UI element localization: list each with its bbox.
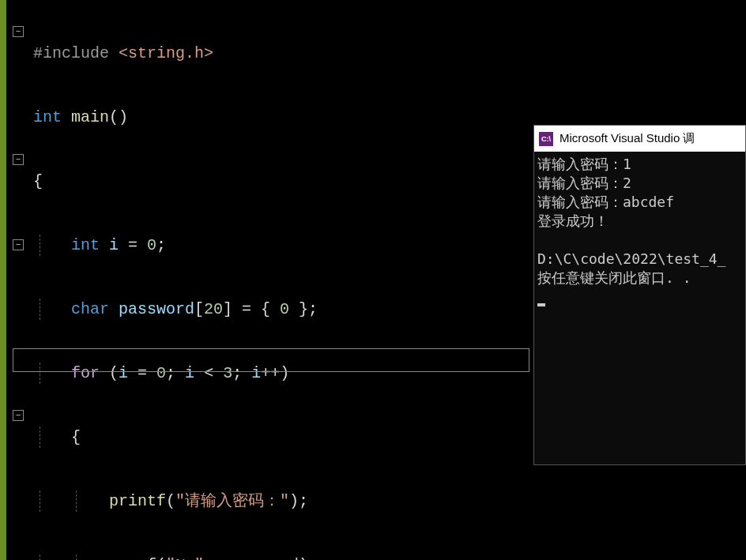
code-line[interactable]: int main() bbox=[33, 107, 533, 128]
code-line[interactable]: #include <string.h> bbox=[33, 43, 533, 64]
change-margin bbox=[0, 0, 6, 560]
fold-toggle[interactable]: − bbox=[13, 410, 24, 421]
code-line[interactable]: int i = 0; bbox=[33, 235, 533, 256]
debug-console-window[interactable]: C:\ Microsoft Visual Studio 调 请输入密码：1 请输… bbox=[533, 125, 746, 465]
console-cursor bbox=[537, 303, 545, 306]
code-editor[interactable]: − − − − #include <string.h> int main() {… bbox=[0, 0, 533, 560]
console-output[interactable]: 请输入密码：1 请输入密码：2 请输入密码：abcdef 登录成功！ D:\C\… bbox=[534, 152, 745, 464]
console-title: Microsoft Visual Studio 调 bbox=[560, 131, 695, 146]
code-line[interactable]: scanf("%s", password); bbox=[33, 554, 533, 560]
code-area[interactable]: #include <string.h> int main() { int i =… bbox=[32, 0, 533, 560]
code-line[interactable]: char password[20] = { 0 }; bbox=[33, 299, 533, 320]
console-line: D:\C\code\2022\test_4_ bbox=[537, 250, 725, 267]
code-line[interactable]: printf("请输入密码："); bbox=[33, 490, 533, 512]
fold-gutter: − − − − bbox=[6, 0, 32, 560]
console-line: 登录成功！ bbox=[537, 212, 608, 229]
code-line[interactable]: for (i = 0; i < 3; i++) bbox=[33, 363, 533, 384]
code-line[interactable]: { bbox=[33, 427, 533, 448]
console-line: 按任意键关闭此窗口. . bbox=[537, 269, 691, 286]
fold-toggle[interactable]: − bbox=[13, 239, 24, 250]
console-line: 请输入密码：1 bbox=[537, 156, 631, 172]
console-line: 请输入密码：2 bbox=[537, 175, 631, 191]
vs-icon: C:\ bbox=[539, 132, 553, 146]
console-titlebar[interactable]: C:\ Microsoft Visual Studio 调 bbox=[534, 126, 745, 152]
fold-toggle[interactable]: − bbox=[13, 26, 24, 37]
console-line: 请输入密码：abcdef bbox=[537, 194, 674, 210]
fold-toggle[interactable]: − bbox=[13, 154, 24, 165]
code-line[interactable]: { bbox=[33, 171, 533, 192]
